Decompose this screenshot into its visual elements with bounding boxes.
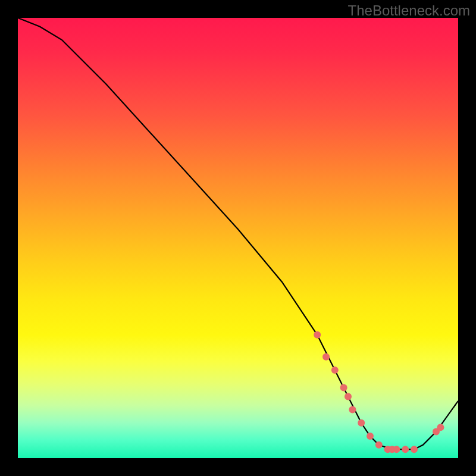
chart-svg [18, 18, 458, 458]
highlight-dot [375, 441, 383, 449]
highlight-dot [349, 406, 356, 414]
highlight-dot [331, 367, 339, 374]
highlight-dot [411, 446, 418, 453]
highlight-dot [402, 446, 409, 453]
highlight-dot [393, 446, 400, 453]
chart-plot-area [18, 18, 458, 458]
highlight-dot [367, 433, 374, 440]
watermark-text: TheBottleneck.com [348, 2, 470, 19]
bottleneck-curve-line [18, 18, 458, 449]
highlight-dot [314, 331, 321, 339]
highlight-dot [437, 424, 444, 431]
highlight-dot [358, 419, 365, 427]
highlight-dots-group [314, 331, 444, 453]
highlight-dot [345, 393, 352, 400]
highlight-dot [322, 353, 330, 361]
highlight-dot [340, 384, 347, 392]
